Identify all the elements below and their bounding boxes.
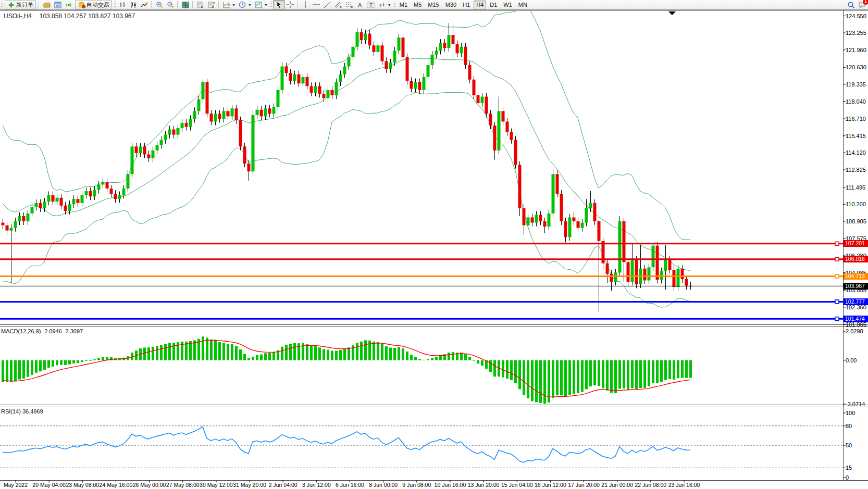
new-order-button[interactable]: 新订单 <box>5 0 36 9</box>
macd-histogram-bar <box>218 342 221 360</box>
toolbar-grip[interactable] <box>394 2 395 8</box>
bull-candle <box>481 97 484 104</box>
label-tool-button[interactable]: T <box>366 1 377 9</box>
macd-histogram-bar <box>85 360 88 361</box>
bull-candle <box>27 214 30 221</box>
ohlc-values: 103.858 104.257 103.827 103.967 <box>40 12 135 20</box>
arrows-icon <box>378 1 386 9</box>
line-chart-button[interactable] <box>139 1 150 9</box>
price-line-label[interactable]: 102.777 <box>844 298 868 305</box>
crosshair-tool-button[interactable] <box>285 1 296 9</box>
bull-candle <box>423 77 426 90</box>
timeframe-button-W1[interactable]: W1 <box>501 1 515 9</box>
level-line-handle[interactable] <box>835 317 839 321</box>
price-line-label[interactable]: 106.016 <box>844 256 868 262</box>
macd-histogram-bar <box>410 355 413 360</box>
bear-candle <box>452 35 455 44</box>
arrows-tool-button[interactable]: ▼ <box>377 1 393 9</box>
vertical-line-tool-button[interactable] <box>300 1 311 9</box>
price-line-label[interactable]: 101.474 <box>844 316 868 322</box>
chart-shift-marker[interactable] <box>668 11 676 15</box>
macd-histogram-bar <box>18 360 21 380</box>
chat-icon[interactable]: 1 <box>858 1 866 9</box>
macd-histogram-bar <box>493 360 496 377</box>
macd-histogram-bar <box>423 360 425 360</box>
macd-histogram-bar <box>385 346 388 360</box>
bull-candle <box>589 203 592 208</box>
auto-scroll-button[interactable] <box>195 1 206 9</box>
bear-candle <box>52 195 55 202</box>
market-watch-button[interactable] <box>52 1 63 9</box>
autotrading-button[interactable]: 自动交易 <box>75 0 112 9</box>
toolbar-separator <box>151 1 152 8</box>
macd-histogram-bar <box>222 343 225 360</box>
channel-tool-button[interactable]: E <box>333 1 344 9</box>
bear-candle <box>331 90 334 95</box>
level-line-handle[interactable] <box>835 274 839 278</box>
price-line-label[interactable]: 104.713 <box>844 273 868 280</box>
timeframe-button-M30[interactable]: M30 <box>443 1 459 9</box>
macd-histogram-bar <box>102 357 104 360</box>
main-panel[interactable] <box>0 4 843 320</box>
macd-panel[interactable] <box>2 336 692 404</box>
macd-histogram-bar <box>448 353 450 360</box>
level-line-handle[interactable] <box>835 300 839 304</box>
horizontal-line-tool-button[interactable] <box>311 1 322 9</box>
tile-windows-button[interactable] <box>180 1 191 9</box>
timeframe-button-H1[interactable]: H1 <box>460 1 473 9</box>
timeframe-button-MN[interactable]: MN <box>516 1 530 9</box>
level-line-handle[interactable] <box>835 242 839 245</box>
bear-candle <box>243 146 246 164</box>
timeframe-button-D1[interactable]: D1 <box>487 1 500 9</box>
toolbar-grip[interactable] <box>270 2 272 8</box>
templates-button[interactable]: ▼ <box>253 1 269 9</box>
profile-button[interactable] <box>41 1 52 9</box>
rsi-panel[interactable] <box>0 426 843 468</box>
text-tool-button[interactable]: A <box>355 1 366 9</box>
macd-histogram-bar <box>360 342 363 360</box>
periods-button[interactable]: ▼ <box>237 1 253 9</box>
trendline-tool-button[interactable] <box>322 1 333 9</box>
zoom-in-button[interactable] <box>154 1 165 9</box>
level-line-handle[interactable] <box>835 257 839 261</box>
toolbar-grip[interactable] <box>114 2 116 8</box>
chart-shift-button[interactable] <box>206 1 217 9</box>
macd-histogram-bar <box>518 360 521 390</box>
price-line-label[interactable]: 107.201 <box>844 240 868 247</box>
bar-chart-button[interactable] <box>117 1 128 9</box>
bull-candle <box>152 151 155 158</box>
price-line-label[interactable]: 103.967 <box>844 283 868 290</box>
macd-histogram-bar <box>681 360 684 378</box>
indicators-button[interactable]: ▼ <box>221 1 237 9</box>
price-axis-label: 111.495 <box>846 184 865 191</box>
timeframe-button-H4[interactable]: H4 <box>474 1 486 9</box>
search-icon[interactable] <box>847 1 855 9</box>
bear-candle <box>210 114 213 121</box>
fibonacci-tool-button[interactable]: F <box>344 1 355 9</box>
toolbar-grip[interactable] <box>1 2 3 8</box>
signals-button[interactable] <box>63 1 74 9</box>
timeframe-button-M5[interactable]: M5 <box>411 1 424 9</box>
bear-candle <box>185 123 188 127</box>
bear-candle <box>260 110 263 117</box>
zoom-out-button[interactable] <box>165 1 176 9</box>
macd-histogram-bar <box>343 349 346 360</box>
timeframe-button-M15[interactable]: M15 <box>425 1 441 9</box>
bull-candle <box>72 199 76 204</box>
bear-candle <box>635 259 638 284</box>
chart-canvas[interactable] <box>0 0 868 489</box>
bear-candle <box>556 174 559 194</box>
candlestick-button[interactable] <box>128 1 139 9</box>
bear-candle <box>114 194 117 199</box>
macd-histogram-bar <box>2 360 4 382</box>
macd-histogram-bar <box>318 347 321 360</box>
bear-candle <box>502 111 505 121</box>
macd-histogram-bar <box>160 345 163 360</box>
bear-candle <box>268 108 271 114</box>
timeframe-button-M1[interactable]: M1 <box>397 1 410 9</box>
macd-histogram-bar <box>656 360 659 383</box>
cursor-tool-button[interactable] <box>273 0 285 9</box>
macd-histogram-bar <box>560 360 563 395</box>
bull-candle <box>97 184 101 190</box>
candlestick-icon <box>129 1 137 9</box>
